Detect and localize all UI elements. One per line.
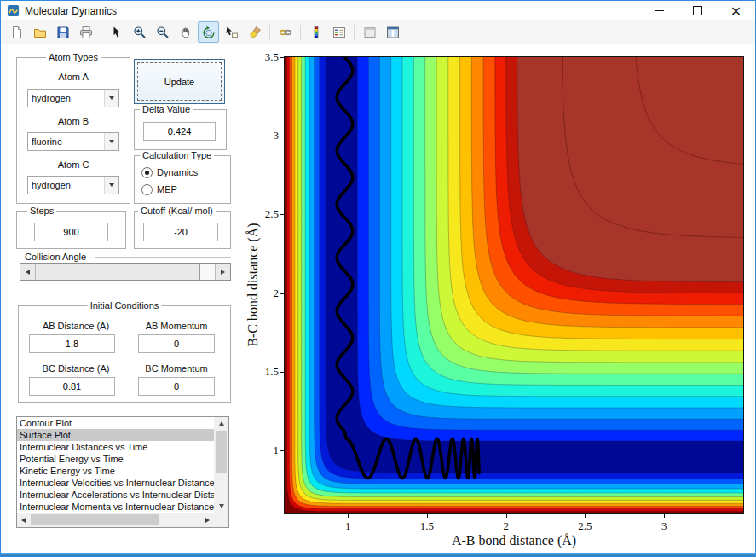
x-tick-mark — [427, 514, 428, 518]
plot-list-item[interactable]: Potential Energy vs Time — [17, 453, 214, 465]
molecular-dynamics-window: Molecular Dynamics × Atom Types Atom A h… — [0, 0, 756, 557]
data-cursor-icon[interactable] — [221, 21, 242, 43]
listbox-horizontal-scrollbar[interactable] — [17, 513, 214, 527]
open-folder-icon[interactable] — [29, 21, 50, 43]
plot-canvas[interactable] — [284, 56, 744, 514]
update-button[interactable]: Update — [134, 59, 225, 104]
steps-panel: Steps — [16, 211, 126, 249]
minimize-icon — [655, 10, 664, 11]
brush-icon[interactable] — [244, 21, 265, 43]
plot-list-item[interactable]: Surface Plot — [17, 429, 214, 441]
triangle-left-icon — [21, 518, 26, 523]
radio-dynamics[interactable]: Dynamics — [141, 166, 198, 178]
toolbar-separator — [269, 25, 270, 40]
listbox-vertical-scrollbar[interactable] — [214, 417, 228, 513]
rotate-3d-icon[interactable] — [198, 21, 219, 43]
delta-value-panel: Delta Value — [134, 109, 227, 150]
x-tick-label: 1 — [345, 519, 351, 533]
triangle-right-icon — [221, 270, 225, 275]
bc-distance-label: BC Distance (A) — [29, 363, 123, 374]
pan-hand-icon[interactable] — [175, 21, 196, 43]
scrollbar-corner — [214, 513, 228, 527]
atom-b-dropdown[interactable]: fluorine — [27, 132, 119, 151]
plot-type-listbox[interactable]: Contour PlotSurface PlotInternuclear Dis… — [16, 416, 229, 528]
edit-plot-arrow-icon[interactable] — [106, 21, 127, 43]
scroll-left-button[interactable] — [17, 513, 30, 527]
horizontal-scroll-thumb[interactable] — [31, 514, 159, 525]
toolbar-separator — [354, 25, 355, 40]
x-tick-label: 2.5 — [578, 519, 592, 533]
delta-value-input[interactable] — [143, 122, 216, 141]
x-tick-mark — [585, 514, 586, 518]
slider-right-arrow[interactable] — [215, 264, 230, 280]
radio-mep[interactable]: MEP — [141, 183, 177, 195]
y-tick-label: 3 — [250, 129, 279, 142]
atom-types-panel-title: Atom Types — [46, 52, 101, 62]
atom-types-panel: Atom Types Atom A hydrogen Atom B fluori… — [16, 57, 130, 204]
print-icon[interactable] — [75, 21, 96, 43]
x-tick-label: 3 — [661, 519, 667, 533]
window-controls: × — [640, 1, 755, 20]
plot-list-item[interactable]: Internuclear Distances vs Time — [17, 441, 214, 453]
maximize-button[interactable] — [678, 1, 717, 20]
close-button[interactable]: × — [717, 1, 755, 20]
calculation-type-panel: Calculation Type Dynamics MEP — [134, 155, 231, 204]
bc-distance-input[interactable] — [29, 377, 115, 396]
insert-colorbar-icon[interactable] — [305, 21, 326, 43]
zoom-in-icon[interactable] — [129, 21, 150, 43]
new-document-icon[interactable] — [6, 21, 27, 43]
scroll-down-button[interactable] — [214, 500, 228, 513]
plot-list-item[interactable]: Internuclear Momenta vs Internuclear Dis… — [17, 501, 214, 513]
y-tick-label: 2.5 — [250, 207, 279, 221]
minimize-button[interactable] — [640, 1, 678, 20]
calculation-type-panel-title: Calculation Type — [140, 150, 214, 160]
ab-momentum-input[interactable] — [138, 334, 215, 353]
radio-icon — [141, 167, 153, 178]
plot-list-item[interactable]: Contour Plot — [17, 417, 214, 429]
x-tick-label: 1.5 — [420, 519, 434, 533]
atom-a-label: Atom A — [17, 72, 130, 82]
contour-plot-svg — [285, 57, 743, 513]
x-tick-label: 2 — [503, 519, 509, 533]
close-icon: × — [730, 4, 742, 18]
ab-distance-input[interactable] — [29, 334, 115, 353]
vertical-scroll-thumb[interactable] — [216, 431, 227, 473]
x-axis-label: A-B bond distance (Å) — [452, 533, 576, 548]
plot-list-item[interactable]: Kinetic Energy vs Time — [17, 465, 214, 477]
bc-momentum-label: BC Momentum — [131, 363, 222, 374]
app-icon — [7, 4, 20, 17]
show-plot-tools-icon[interactable] — [382, 21, 403, 43]
slider-thumb[interactable] — [36, 264, 200, 280]
triangle-up-icon — [219, 421, 224, 426]
atom-c-dropdown[interactable]: hydrogen — [27, 176, 119, 194]
x-tick-mark — [664, 514, 665, 518]
toolbar-separator — [101, 25, 101, 40]
cutoff-input[interactable] — [143, 223, 218, 241]
cutoff-panel: Cutoff (Kcal/ mol) — [134, 211, 231, 249]
plot-list-item[interactable]: Internuclear Velocities vs Internuclear … — [17, 477, 214, 489]
link-plot-icon[interactable] — [274, 21, 296, 43]
slider-track[interactable] — [200, 264, 215, 280]
y-axis-label: B-C bond distance (Å) — [245, 223, 261, 346]
contour-band — [517, 57, 743, 282]
y-tick-label: 2 — [250, 287, 279, 300]
scroll-up-button[interactable] — [214, 417, 228, 430]
save-icon[interactable] — [52, 21, 73, 43]
hide-plot-tools-icon[interactable] — [359, 21, 380, 43]
plot-list-item[interactable]: Internuclear Accelerations vs Internucle… — [17, 489, 214, 501]
steps-input[interactable] — [34, 223, 108, 241]
atom-a-dropdown[interactable]: hydrogen — [27, 89, 119, 107]
window-border-bottom — [1, 553, 755, 556]
atom-b-value: fluorine — [28, 136, 104, 147]
collision-angle-slider[interactable] — [20, 263, 231, 281]
cutoff-panel-title: Cutoff (Kcal/ mol) — [138, 206, 216, 216]
ab-momentum-label: AB Momentum — [131, 321, 222, 331]
triangle-down-icon — [219, 504, 224, 508]
slider-left-arrow[interactable] — [20, 264, 36, 280]
zoom-out-icon[interactable] — [152, 21, 173, 43]
bc-momentum-input[interactable] — [138, 377, 215, 396]
chevron-down-icon — [104, 177, 118, 194]
scroll-right-button[interactable] — [201, 513, 214, 527]
atom-c-value: hydrogen — [28, 180, 104, 190]
insert-legend-icon[interactable] — [328, 21, 349, 43]
